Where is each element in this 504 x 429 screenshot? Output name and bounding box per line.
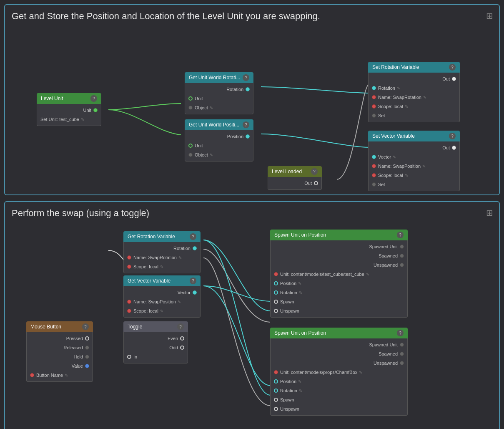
port-set-rot-var-out[interactable] (452, 77, 456, 81)
port-get-world-pos-obj[interactable] (188, 153, 193, 157)
node-get-rot-var-header: Get Rotation Variable ? (123, 231, 201, 242)
node-get-rot-var-qmark[interactable]: ? (190, 233, 196, 240)
node-spawn-unit-1-qmark[interactable]: ? (397, 232, 404, 238)
edit-icon[interactable]: ✎ (81, 117, 84, 122)
node-mouse-button-pressed-row: Pressed (27, 334, 93, 343)
port-set-vec-var-name[interactable] (372, 164, 376, 168)
edit-icon-rot[interactable]: ✎ (210, 106, 213, 110)
port-get-vec-var-scope[interactable] (127, 309, 131, 313)
port-spawn2-spawn[interactable] (274, 398, 278, 402)
port-spawn1-spawned-unit[interactable] (400, 245, 404, 249)
port-get-world-rot-rotation[interactable] (246, 87, 250, 91)
port-toggle-in[interactable] (127, 355, 131, 359)
port-set-rot-var-name[interactable] (372, 95, 376, 99)
port-spawn1-unspawn[interactable] (274, 309, 278, 313)
port-get-rot-var-name[interactable] (127, 255, 131, 260)
node-spawn-unit-2-qmark[interactable]: ? (397, 330, 404, 336)
port-set-rot-var-set[interactable] (372, 114, 376, 118)
node-get-world-pos: Get Unit World Positi... ? Position Unit… (185, 119, 253, 162)
port-get-vec-var-vector[interactable] (193, 290, 197, 295)
node-level-unit-header: Level Unit ? (37, 93, 101, 104)
node-toggle-odd-row: Odd (124, 343, 188, 352)
port-get-world-pos-position[interactable] (246, 134, 250, 139)
port-level-unit-unit[interactable] (93, 108, 98, 112)
port-spawn2-spawned[interactable] (400, 352, 404, 356)
port-spawn2-unspawned[interactable] (400, 361, 404, 365)
node-toggle-in-row: In (124, 352, 188, 361)
node-get-rot-var: Get Rotation Variable ? Rotation Name: S… (123, 231, 201, 273)
port-mouse-button-held[interactable] (85, 355, 89, 359)
node-spawn1-unit-row: Unit: content/models/test_cube/test_cube… (271, 270, 407, 279)
node-set-vec-var-vector-row: Vector ✎ (369, 152, 459, 162)
port-spawn2-spawned-unit[interactable] (400, 343, 404, 347)
panel-1-icon: ⊞ (486, 11, 493, 21)
port-spawn2-unspawn[interactable] (274, 407, 278, 411)
port-set-rot-var-rotation[interactable] (372, 86, 376, 90)
port-mouse-button-value[interactable] (85, 364, 89, 368)
node-set-rot-var-body: Out Rotation ✎ Name: SwapRotation ✎ Scop… (368, 73, 460, 122)
port-set-vec-var-out[interactable] (452, 146, 456, 150)
node-level-loaded-qmark[interactable]: ? (311, 168, 318, 175)
port-get-rot-var-rotation[interactable] (193, 246, 197, 250)
node-spawn1-unspawn-row: Unspawn (271, 306, 407, 315)
port-spawn1-spawned[interactable] (400, 254, 404, 258)
node-mouse-button-qmark[interactable]: ? (82, 323, 89, 330)
node-set-vec-var-header: Set Vector Variable ? (368, 131, 460, 141)
panel-1-title: Get and Store the Position and Location … (12, 11, 492, 22)
port-spawn1-unit[interactable] (274, 272, 278, 276)
port-set-rot-var-scope[interactable] (372, 104, 376, 109)
port-set-vec-var-set[interactable] (372, 182, 376, 187)
port-get-rot-var-scope[interactable] (127, 265, 131, 269)
node-get-world-pos-header: Get Unit World Positi... ? (185, 119, 253, 130)
node-get-world-rot-header: Get Unit World Rotati... ? (185, 72, 253, 83)
node-set-vec-var: Set Vector Variable ? Out Vector ✎ Name:… (368, 131, 460, 191)
port-toggle-even[interactable] (180, 336, 184, 341)
node-get-vec-var-qmark[interactable]: ? (190, 278, 196, 284)
port-level-loaded-out[interactable] (314, 181, 318, 185)
node-get-world-rot-rotation-row: Rotation (185, 85, 253, 94)
node-set-rot-var-name-row: Name: SwapRotation ✎ (369, 93, 459, 102)
panel-1: Get and Store the Position and Location … (4, 4, 500, 195)
node-set-vec-var-set-row: Set (369, 180, 459, 189)
port-get-world-pos-unit[interactable] (188, 144, 193, 148)
node-set-rot-var-set-row: Set (369, 111, 459, 120)
node-spawn2-spawned-unit-row: Spawned Unit (271, 340, 407, 349)
port-spawn1-spawn[interactable] (274, 300, 278, 304)
node-get-world-rot-qmark[interactable]: ? (243, 74, 249, 81)
port-get-world-rot-unit[interactable] (188, 96, 193, 101)
canvas-area-2: Get Rotation Variable ? Rotation Name: S… (12, 225, 492, 429)
port-mouse-button-name[interactable] (30, 373, 34, 377)
node-spawn1-spawn-row: Spawn (271, 297, 407, 306)
port-set-vec-var-scope[interactable] (372, 173, 376, 177)
edit-icon-pos[interactable]: ✎ (210, 153, 213, 157)
node-toggle: Toggle ? Even Odd In (123, 321, 188, 363)
port-spawn2-unit[interactable] (274, 370, 278, 374)
port-spawn1-position[interactable] (274, 281, 278, 285)
port-spawn2-rotation[interactable] (274, 389, 278, 393)
port-mouse-button-pressed[interactable] (85, 336, 89, 341)
port-spawn2-position[interactable] (274, 379, 278, 384)
node-get-world-pos-unit-row: Unit (185, 141, 253, 150)
node-get-world-pos-qmark[interactable]: ? (243, 121, 249, 128)
node-set-vec-var-qmark[interactable]: ? (449, 133, 456, 139)
port-set-vec-var-vector[interactable] (372, 155, 376, 159)
node-set-rot-var-rotation-row: Rotation ✎ (369, 83, 459, 93)
node-set-rot-var-scope-row: Scope: local ✎ (369, 102, 459, 111)
port-mouse-button-released[interactable] (85, 346, 89, 350)
node-mouse-button-released-row: Released (27, 343, 93, 352)
port-get-world-rot-obj[interactable] (188, 106, 193, 110)
node-get-vec-var-vec-row: Vector (124, 288, 200, 297)
panel-2-icon: ⊞ (486, 208, 493, 218)
panel-2-title: Perform the swap (using a toggle) (12, 208, 492, 219)
node-spawn2-unspawn-row: Unspawn (271, 404, 407, 414)
port-spawn1-unspawned[interactable] (400, 263, 404, 267)
node-mouse-button-value-row: Value (27, 361, 93, 371)
port-get-vec-var-name[interactable] (127, 300, 131, 304)
node-level-unit-qmark[interactable]: ? (90, 95, 97, 102)
node-toggle-qmark[interactable]: ? (177, 323, 184, 330)
port-toggle-odd[interactable] (180, 346, 184, 350)
port-spawn1-rotation[interactable] (274, 290, 278, 295)
canvas-area-1: Level Unit ? Unit Set Unit: test_cube ✎ … (12, 28, 492, 187)
node-set-rot-var-qmark[interactable]: ? (449, 64, 456, 71)
node-spawn1-spawned-unit-row: Spawned Unit (271, 242, 407, 251)
